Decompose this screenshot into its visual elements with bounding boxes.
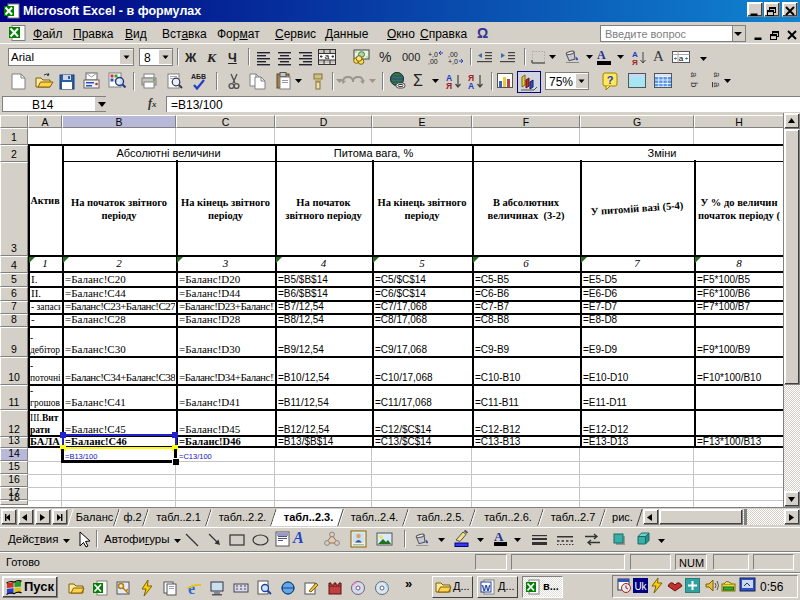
- svg-text:a: a: [689, 72, 700, 78]
- svg-text:+,0: +,0: [448, 58, 458, 65]
- svg-text:Uk: Uk: [634, 581, 647, 592]
- svg-text:Я: Я: [632, 58, 638, 67]
- svg-text:b: b: [689, 82, 700, 87]
- svg-text:a: a: [325, 52, 330, 61]
- svg-text:А: А: [468, 81, 474, 91]
- svg-text:+,0: +,0: [428, 51, 438, 58]
- svg-text:Я: Я: [446, 81, 452, 91]
- svg-text:?: ?: [607, 74, 614, 86]
- svg-text:,00: ,00: [448, 51, 458, 58]
- svg-text:e: e: [188, 580, 195, 597]
- svg-text:a: a: [712, 82, 723, 88]
- svg-text:W: W: [482, 583, 491, 593]
- svg-text:АБВ: АБВ: [191, 73, 206, 80]
- svg-text:,00: ,00: [428, 58, 438, 65]
- svg-text:a: a: [712, 72, 723, 78]
- svg-text:a: a: [679, 54, 684, 63]
